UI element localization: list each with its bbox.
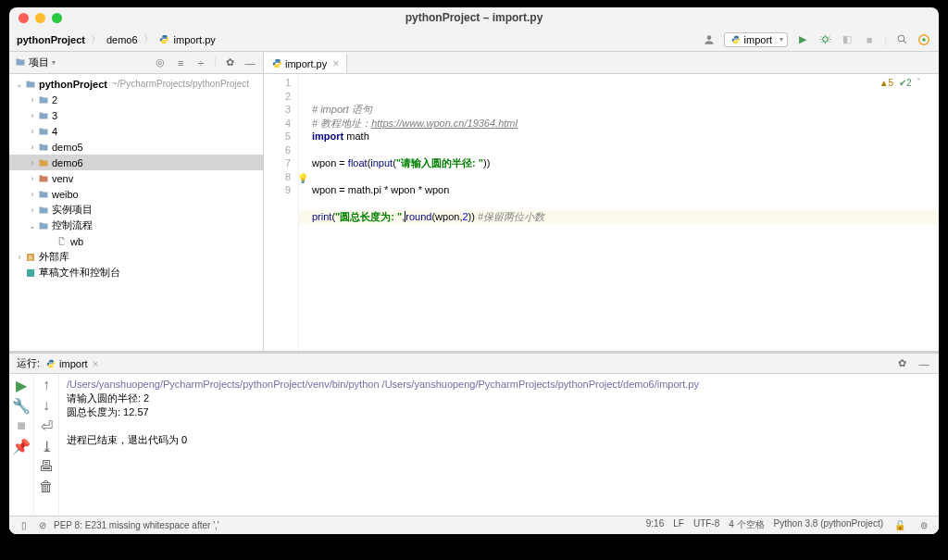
breadcrumb-file[interactable]: import.py xyxy=(174,34,216,45)
editor-tab[interactable]: import.py × xyxy=(264,53,347,73)
tree-item[interactable]: ›demo5 xyxy=(9,139,263,155)
python-file-icon xyxy=(730,34,742,45)
python-interpreter[interactable]: Python 3.8 (pythonProject) xyxy=(774,518,883,533)
breadcrumb-separator: 〉 xyxy=(91,32,101,46)
problems-icon[interactable]: ⊘ xyxy=(35,518,50,533)
print-button[interactable]: 🖶 xyxy=(39,459,54,474)
code-editor[interactable]: 123456789 # import 语句# 教程地址：https://www.… xyxy=(264,74,939,351)
ok-indicator[interactable]: ✔2 xyxy=(899,78,912,88)
hide-panel-icon[interactable]: — xyxy=(917,356,931,371)
tree-root[interactable]: ⌄ pythonProject ~/PycharmProjects/python… xyxy=(9,76,263,92)
code-line[interactable] xyxy=(312,143,939,157)
tree-item[interactable]: wb xyxy=(9,233,263,249)
close-window-button[interactable] xyxy=(19,13,29,23)
run-panel-toolbar-right: ↑ ↓ ⏎ ⤓ 🖶 🗑 xyxy=(34,374,59,516)
warning-indicator[interactable]: ▲5 xyxy=(879,78,893,88)
code-line[interactable] xyxy=(312,197,939,211)
tree-item-label: demo5 xyxy=(52,142,83,153)
down-button[interactable]: ↓ xyxy=(39,398,54,413)
up-button[interactable]: ↑ xyxy=(39,378,54,392)
coverage-button[interactable]: ◧ xyxy=(840,32,854,47)
tree-item-label: venv xyxy=(52,173,73,184)
tree-item[interactable]: ›实例项目 xyxy=(9,202,263,218)
settings-icon[interactable]: ✿ xyxy=(894,356,909,371)
run-configuration-selector[interactable]: import xyxy=(724,32,789,47)
project-sidebar: 项目 ▾ ◎ ≡ ÷ | ✿ — ⌄ pythonProject ~/Pycha… xyxy=(9,52,264,351)
crosshair-icon[interactable]: ⊚ xyxy=(917,518,931,533)
debug-button[interactable] xyxy=(817,32,832,47)
tree-item[interactable]: ⌄控制流程 xyxy=(9,218,263,233)
stop-button[interactable]: ■ xyxy=(14,418,29,433)
tree-item[interactable]: ›⎘外部库 xyxy=(9,249,263,265)
scroll-to-end-button[interactable]: ⤓ xyxy=(39,439,54,454)
rerun-button[interactable]: ▶ xyxy=(14,378,29,392)
tree-item[interactable]: ›3 xyxy=(9,107,263,123)
pin-tab-button[interactable]: 📌 xyxy=(14,439,29,454)
console-output[interactable]: /Users/yanshuopeng/PycharmProjects/pytho… xyxy=(59,374,939,516)
tree-item-label: weibo xyxy=(52,189,79,200)
window-title: pythonProject – import.py xyxy=(405,11,543,24)
clear-all-button[interactable]: 🗑 xyxy=(39,479,54,494)
collapse-all-icon[interactable]: ÷ xyxy=(193,56,208,70)
tree-item[interactable]: ›4 xyxy=(9,123,263,139)
code-line[interactable]: import math xyxy=(312,130,939,143)
file-encoding[interactable]: UTF-8 xyxy=(693,518,719,533)
tree-item[interactable]: ›demo6 xyxy=(9,155,263,170)
modify-run-config-button[interactable]: 🔧 xyxy=(14,398,29,413)
folder-icon xyxy=(37,204,49,216)
ide-window: pythonProject – import.py pythonProject … xyxy=(9,7,939,534)
search-everywhere-button[interactable] xyxy=(894,32,909,47)
line-number-gutter: 123456789 xyxy=(264,74,299,351)
folder-lib-icon xyxy=(37,172,49,184)
scroll-to-source-icon[interactable]: ◎ xyxy=(153,56,168,70)
editor-tab-bar: import.py × xyxy=(264,52,939,74)
expand-all-icon[interactable]: ≡ xyxy=(173,56,188,70)
intention-bulb-icon[interactable]: 💡 xyxy=(297,173,308,183)
code-line[interactable]: wpon = float(input("请输入圆的半径: ")) xyxy=(312,156,939,170)
svg-point-2 xyxy=(898,35,904,42)
titlebar: pythonProject – import.py xyxy=(9,7,939,28)
soft-wrap-button[interactable]: ⏎ xyxy=(39,418,54,433)
code-line[interactable] xyxy=(312,170,939,184)
tree-item[interactable]: ›weibo xyxy=(9,186,263,202)
maximize-window-button[interactable] xyxy=(52,13,62,23)
hide-panel-icon[interactable]: — xyxy=(243,56,257,70)
tool-windows-icon[interactable]: ▯ xyxy=(17,518,31,533)
readonly-lock-icon[interactable]: 🔓 xyxy=(892,518,907,533)
ext-icon: ⎘ xyxy=(24,251,36,263)
console-path: /Users/yanshuopeng/PycharmProjects/pytho… xyxy=(67,378,931,392)
breadcrumb-project[interactable]: pythonProject xyxy=(17,34,85,45)
indent-setting[interactable]: 4 个空格 xyxy=(729,518,764,533)
breadcrumb[interactable]: pythonProject 〉 demo6 〉 import.py xyxy=(17,32,216,46)
project-tree[interactable]: ⌄ pythonProject ~/PycharmProjects/python… xyxy=(9,74,263,351)
breadcrumb-folder[interactable]: demo6 xyxy=(106,34,138,45)
status-message[interactable]: PEP 8: E231 missing whitespace after ',' xyxy=(54,520,219,530)
folder-open-icon xyxy=(37,156,49,168)
code-line[interactable]: print("圆总长度为: ",round(wpon,2)) #保留两位小数 xyxy=(299,210,939,224)
tree-root-name: pythonProject xyxy=(39,79,107,90)
line-separator[interactable]: LF xyxy=(673,518,684,533)
code-content[interactable]: # import 语句# 教程地址：https://www.wpon.cn/19… xyxy=(299,74,939,351)
tree-item[interactable]: ›2 xyxy=(9,92,263,107)
code-with-me-button[interactable] xyxy=(917,32,931,47)
run-panel-tab[interactable]: import × xyxy=(45,358,98,369)
user-icon[interactable] xyxy=(702,32,717,47)
python-file-icon xyxy=(45,358,56,369)
tree-item-label: 4 xyxy=(52,126,57,137)
code-line[interactable]: wpon = math.pi * wpon * wpon xyxy=(312,183,939,197)
caret-position[interactable]: 9:16 xyxy=(646,518,664,533)
code-line[interactable]: # import 语句 xyxy=(312,103,939,117)
close-tab-icon[interactable]: × xyxy=(332,57,339,70)
folder-icon xyxy=(15,56,26,69)
stop-button[interactable]: ■ xyxy=(862,32,877,47)
minimize-window-button[interactable] xyxy=(35,13,45,23)
navigation-bar: pythonProject 〉 demo6 〉 import.py import… xyxy=(9,28,939,52)
editor-annotations[interactable]: ▲5 ✔2 ˇ xyxy=(879,78,920,88)
run-panel: 运行: import × ✿ — ▶ 🔧 ■ 📌 ↑ ↓ xyxy=(9,351,939,516)
settings-icon[interactable]: ✿ xyxy=(222,56,237,70)
tree-item[interactable]: ›venv xyxy=(9,170,263,186)
svg-point-0 xyxy=(706,35,711,40)
tree-item[interactable]: 草稿文件和控制台 xyxy=(9,265,263,280)
code-line[interactable]: # 教程地址：https://www.wpon.cn/19364.html xyxy=(312,117,939,131)
run-button[interactable]: ▶ xyxy=(795,32,810,47)
